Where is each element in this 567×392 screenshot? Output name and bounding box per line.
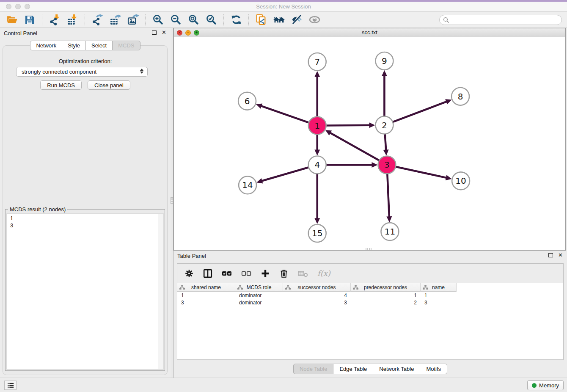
criterion-dropdown[interactable]: strongly connected component — [16, 67, 148, 77]
close-panel-button[interactable]: Close panel — [88, 80, 130, 90]
graph-node-4[interactable]: 4 — [308, 156, 326, 174]
mcds-result-textarea[interactable]: 13 — [6, 213, 164, 370]
zoom-in-icon[interactable] — [150, 13, 165, 27]
graph-node-label: 2 — [382, 120, 387, 130]
task-history-button[interactable] — [4, 381, 17, 390]
graph-edge-1-6[interactable] — [256, 103, 308, 122]
graph-node-1[interactable]: 1 — [308, 117, 326, 135]
mcds-result-title: MCDS result (2 nodes) — [8, 206, 67, 213]
column-header-shared-name[interactable]: shared name — [177, 283, 235, 292]
graph-node-10[interactable]: 10 — [452, 172, 470, 190]
graph-edge-3-1[interactable] — [325, 130, 379, 160]
graph-edge-4-14[interactable] — [256, 168, 308, 184]
zoom-selected-icon[interactable] — [204, 13, 219, 27]
apply-layout-icon[interactable] — [228, 13, 244, 27]
search-input[interactable] — [451, 17, 558, 23]
optimization-criterion-label: Optimization criterion: — [0, 58, 171, 64]
column-header-name[interactable]: name — [421, 283, 457, 292]
save-session-icon[interactable] — [22, 13, 37, 27]
graph-node-3[interactable]: 3 — [378, 156, 396, 174]
network-graph[interactable]: 1234678910111415 — [174, 37, 565, 250]
tab-node-table[interactable]: Node Table — [293, 364, 334, 374]
network-canvas[interactable]: 1234678910111415 — [174, 37, 565, 250]
table-cell[interactable]: 1 — [421, 293, 457, 298]
tab-mcds[interactable]: MCDS — [112, 41, 140, 50]
splitter-grip[interactable] — [171, 197, 173, 204]
result-scrollbar[interactable] — [158, 214, 163, 369]
table-cell[interactable]: 4 — [283, 293, 351, 298]
copy-network-icon[interactable] — [253, 13, 269, 27]
graph-node-2[interactable]: 2 — [375, 116, 393, 134]
graph-edge-2-9[interactable] — [382, 70, 387, 116]
hide-visual-style-icon[interactable] — [289, 13, 304, 27]
tab-network-table[interactable]: Network Table — [373, 364, 420, 374]
column-header-successor-nodes[interactable]: successor nodes — [283, 283, 351, 292]
close-panel-icon[interactable]: ✕ — [162, 30, 166, 35]
node-table-header: shared nameMCDS rolesuccessor nodesprede… — [177, 283, 563, 292]
export-image-icon[interactable] — [125, 13, 140, 27]
table-row[interactable]: 3dominator323 — [177, 299, 563, 306]
tab-select[interactable]: Select — [85, 41, 113, 50]
table-cell[interactable]: dominator — [235, 293, 283, 298]
graph-node-6[interactable]: 6 — [238, 92, 256, 110]
column-label: name — [432, 284, 445, 290]
dropdown-arrows-icon — [140, 69, 143, 74]
float-table-panel-icon[interactable] — [548, 253, 553, 257]
deselect-all-icon[interactable] — [241, 268, 252, 279]
show-columns-icon[interactable] — [203, 268, 213, 279]
table-cell[interactable]: 3 — [177, 300, 235, 306]
run-mcds-button[interactable]: Run MCDS — [40, 80, 82, 90]
table-cell[interactable]: 1 — [177, 293, 235, 298]
show-graphics-details-eye-icon[interactable] — [307, 13, 322, 27]
graph-node-8[interactable]: 8 — [451, 88, 469, 105]
zoom-out-icon[interactable] — [168, 13, 183, 27]
function-builder-fx-icon[interactable]: f(x) — [317, 268, 331, 279]
graph-edge-4-15[interactable] — [314, 174, 320, 224]
graph-node-14[interactable]: 14 — [239, 176, 256, 194]
vertical-splitter[interactable] — [171, 28, 173, 378]
search-icon — [443, 17, 449, 23]
import-network-icon[interactable] — [47, 13, 62, 27]
table-cell[interactable]: 2 — [351, 300, 421, 306]
table-row[interactable]: 1dominator411 — [177, 292, 563, 299]
memory-button[interactable]: Memory — [527, 380, 564, 390]
graph-edge-2-8[interactable] — [393, 99, 452, 121]
open-session-icon[interactable] — [4, 13, 19, 27]
table-cell[interactable]: dominator — [235, 300, 283, 306]
table-cell[interactable]: 1 — [351, 293, 421, 298]
column-header-predecessor-nodes[interactable]: predecessor nodes — [351, 283, 421, 292]
column-header-mcds-role[interactable]: MCDS role — [235, 283, 283, 292]
graph-node-11[interactable]: 11 — [381, 223, 399, 240]
tab-network[interactable]: Network — [30, 41, 62, 50]
close-table-panel-icon[interactable]: ✕ — [558, 253, 563, 258]
graph-edge-1-7[interactable] — [314, 71, 320, 116]
graph-edge-3-10[interactable] — [396, 167, 452, 180]
graph-node-label: 4 — [314, 160, 320, 170]
import-table-icon[interactable] — [65, 13, 80, 27]
graph-edge-1-2[interactable] — [327, 122, 375, 128]
network-browser-houses-icon[interactable] — [271, 13, 286, 27]
graph-edge-4-3[interactable] — [327, 162, 378, 168]
tab-edge-table[interactable]: Edge Table — [333, 364, 373, 374]
tab-motifs[interactable]: Motifs — [420, 364, 447, 374]
tab-style[interactable]: Style — [62, 41, 86, 50]
table-settings-gear-icon[interactable] — [184, 268, 194, 279]
graph-node-15[interactable]: 15 — [308, 224, 326, 242]
status-bar: Memory — [0, 378, 567, 392]
canvas-resize-grip[interactable] — [366, 248, 372, 250]
select-all-icon[interactable] — [221, 268, 232, 279]
table-cell[interactable]: 3 — [421, 300, 457, 306]
add-row-plus-icon[interactable] — [260, 268, 270, 279]
zoom-fit-icon[interactable] — [186, 13, 201, 27]
graph-node-7[interactable]: 7 — [308, 53, 326, 71]
graph-node-9[interactable]: 9 — [375, 52, 393, 70]
graph-edge-2-3[interactable] — [383, 134, 389, 155]
graph-edge-3-11[interactable] — [386, 174, 392, 222]
delete-row-trash-icon[interactable] — [279, 268, 289, 279]
export-network-icon[interactable] — [90, 13, 105, 27]
graph-edge-1-4[interactable] — [314, 135, 320, 156]
table-cell[interactable]: 3 — [283, 300, 351, 306]
export-table-icon[interactable] — [107, 13, 123, 27]
delete-table-icon[interactable] — [297, 268, 308, 279]
float-panel-icon[interactable] — [152, 30, 157, 35]
